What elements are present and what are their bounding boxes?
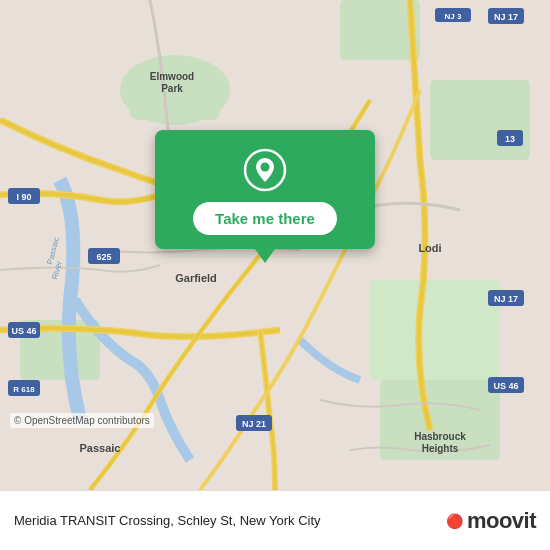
svg-text:NJ 17: NJ 17 — [494, 12, 518, 22]
bottom-bar: Meridia TRANSIT Crossing, Schley St, New… — [0, 490, 550, 550]
svg-text:Elmwood: Elmwood — [150, 71, 194, 82]
svg-text:NJ 17: NJ 17 — [494, 294, 518, 304]
take-me-there-button[interactable]: Take me there — [193, 202, 337, 235]
copyright-notice: © OpenStreetMap contributors — [10, 413, 154, 428]
svg-rect-4 — [430, 80, 530, 160]
svg-text:I 90: I 90 — [16, 192, 31, 202]
svg-text:625: 625 — [96, 252, 111, 262]
svg-text:13: 13 — [505, 134, 515, 144]
location-label: Meridia TRANSIT Crossing, Schley St, New… — [14, 513, 446, 528]
svg-text:NJ 21: NJ 21 — [242, 419, 266, 429]
svg-text:Park: Park — [161, 83, 183, 94]
svg-text:NJ 3: NJ 3 — [445, 12, 462, 21]
svg-text:Heights: Heights — [422, 443, 459, 454]
svg-text:Hasbrouck: Hasbrouck — [414, 431, 466, 442]
svg-text:Garfield: Garfield — [175, 272, 217, 284]
svg-rect-5 — [370, 280, 500, 380]
svg-text:US 46: US 46 — [11, 326, 36, 336]
moovit-icon: 🔴 — [446, 513, 463, 529]
svg-point-40 — [261, 163, 270, 172]
location-pin-icon — [243, 148, 287, 192]
moovit-wordmark: moovit — [467, 508, 536, 534]
svg-text:US 46: US 46 — [493, 381, 518, 391]
map-container: I 90 US 46 R 618 NJ 17 NJ 17 NJ 21 625 1… — [0, 0, 550, 490]
svg-text:Passaic: Passaic — [80, 442, 121, 454]
popup-card: Take me there — [155, 130, 375, 249]
svg-text:R 618: R 618 — [13, 385, 35, 394]
svg-text:Lodi: Lodi — [418, 242, 441, 254]
moovit-logo: 🔴 moovit — [446, 508, 536, 534]
